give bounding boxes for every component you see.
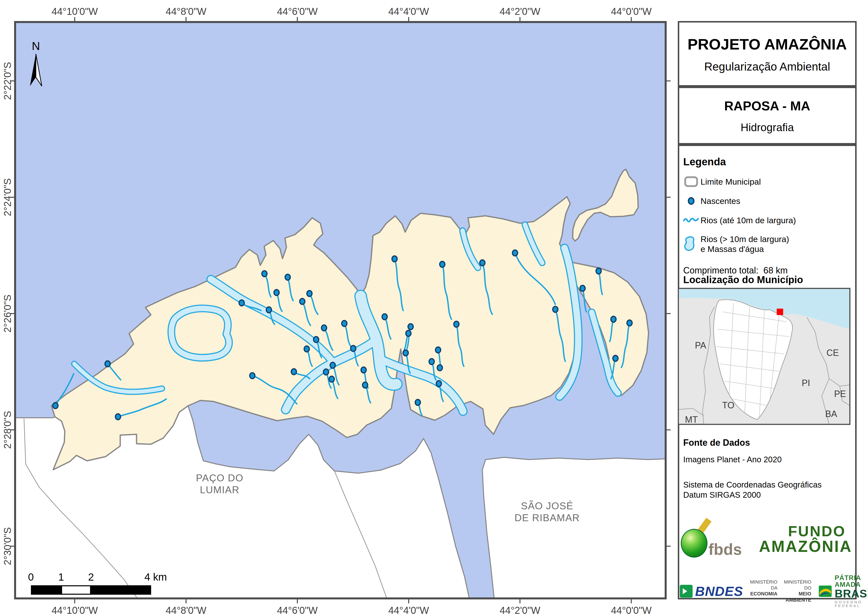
spring-dot — [513, 250, 518, 256]
panel-title-box: PROJETO AMAZÔNIA Regularização Ambiental — [678, 21, 857, 87]
tick-top — [631, 17, 632, 21]
fundo-line2: AMAZÔNIA — [742, 539, 852, 554]
spring-dot — [329, 376, 335, 382]
spring-dot — [307, 291, 312, 297]
spring-dot — [415, 399, 420, 406]
tick-top — [408, 17, 409, 21]
spring-dot — [304, 346, 310, 352]
tick-bottom — [631, 599, 632, 603]
legend-item-rios-ate: Rios (até 10m de largura) — [683, 215, 851, 226]
legend-label: Limite Municipal — [701, 177, 761, 187]
tick-left — [10, 429, 14, 431]
spring-dot — [613, 355, 618, 361]
brasil-flag-icon — [819, 584, 832, 598]
coord-label-bottom: 44°10'0"W — [52, 605, 98, 614]
coord-label-top: 44°10'0"W — [52, 6, 98, 17]
spring-dot — [437, 365, 443, 371]
coord-label-bottom: 44°4'0"W — [388, 605, 429, 614]
legend-item-limite: Limite Municipal — [683, 176, 851, 187]
spring-dot — [322, 325, 327, 331]
bndes-wordmark: BNDES — [695, 584, 743, 599]
ministry-economia: MINISTÉRIO DAECONOMIA — [750, 579, 778, 603]
spring-dot — [53, 403, 58, 409]
spring-dot — [291, 369, 297, 375]
legend-label: Rios (> 10m de largura) e Massas d'água — [701, 234, 789, 254]
spring-dot — [627, 320, 632, 326]
brasil-wordmark: PÁTRIA AMADA BRASIL GOVERNO FEDERAL — [835, 575, 868, 608]
tick-left — [10, 313, 14, 314]
legend-title: Legenda — [683, 156, 851, 168]
data-source: Fonte de Dados Imagens Planet - Ano 2020… — [683, 438, 846, 500]
tick-right — [666, 546, 671, 547]
tick-bottom — [408, 599, 409, 603]
spring-dot — [267, 307, 271, 313]
spring-dot — [342, 320, 347, 326]
spring-dot — [363, 382, 368, 388]
project-subtitle: Regularização Ambiental — [679, 60, 855, 73]
spring-dot — [454, 321, 459, 327]
municipality-marker — [777, 309, 783, 315]
spring-dot — [239, 300, 244, 306]
legend-item-nascentes: Nascentes — [683, 196, 851, 207]
fundo-amazonia-logo: FUNDO AMAZÔNIA — [742, 524, 852, 554]
state-label: BA — [825, 409, 837, 419]
river-line-icon — [683, 215, 699, 226]
location-title: Localização do Município — [683, 274, 803, 285]
coord-label-top: 44°0'0"W — [611, 6, 652, 17]
spring-dot — [300, 298, 305, 305]
spring-dot — [436, 347, 441, 353]
ministries: MINISTÉRIO DAECONOMIA MINISTÉRIO DOMEIO … — [750, 579, 811, 603]
tick-left — [10, 197, 14, 198]
coord-label-top: 44°8'0"W — [166, 6, 206, 17]
scale-bar-segment — [61, 585, 91, 595]
bndes-icon — [680, 585, 693, 598]
tick-left — [10, 81, 14, 81]
tick-bottom — [74, 599, 75, 603]
spring-dot — [330, 362, 335, 368]
spring-dot — [116, 414, 121, 420]
fbds-globe-icon — [681, 529, 707, 558]
spring-dot — [429, 359, 434, 365]
municipal-limit-swatch-icon — [683, 176, 699, 187]
north-arrow-label: N — [32, 40, 40, 53]
tick-right — [666, 81, 671, 81]
scale-bar-segment — [91, 585, 151, 595]
spring-dot — [403, 350, 408, 356]
ministry-meio-ambiente: MINISTÉRIO DOMEIO AMBIENTE — [784, 579, 811, 603]
spring-dot — [351, 345, 356, 351]
bndes-logo: BNDES — [680, 584, 743, 599]
governo-federal-logo: PÁTRIA AMADA BRASIL GOVERNO FEDERAL — [819, 575, 868, 608]
spring-dot — [262, 271, 267, 277]
spring-dot — [480, 260, 485, 266]
coord-label-bottom: 44°6'0"W — [277, 605, 318, 614]
tick-bottom — [186, 599, 186, 603]
fonte-line: Imagens Planet - Ano 2020 — [683, 455, 846, 464]
map-theme: Hidrografia — [679, 121, 855, 134]
tick-top — [74, 17, 75, 21]
state-label: MT — [685, 415, 698, 425]
state-label: CE — [826, 348, 839, 358]
water-body-icon — [683, 235, 699, 253]
coord-label-bottom: 44°8'0"W — [166, 605, 206, 614]
state-label: PI — [802, 378, 810, 388]
spring-dot-icon — [683, 196, 699, 207]
spring-dot — [580, 285, 585, 291]
municipality-name: RAPOSA - MA — [679, 98, 855, 113]
legend: Legenda Limite Municipal Nascentes Rios … — [683, 156, 851, 276]
coord-label-top: 44°2'0"W — [500, 6, 541, 17]
spring-dot — [553, 306, 558, 312]
spring-dot — [314, 337, 319, 342]
tick-top — [186, 17, 186, 21]
main-map: PAÇO DOLUMIARSÃO JOSÉDE RIBAMAR — [14, 21, 666, 599]
tick-right — [666, 429, 671, 431]
spring-dot — [324, 369, 329, 375]
spring-dot — [406, 330, 411, 336]
spring-dot — [392, 256, 397, 262]
tick-bottom — [519, 599, 521, 603]
spring-dot — [382, 314, 388, 320]
legend-label: Nascentes — [701, 196, 740, 206]
spring-dot — [408, 324, 413, 330]
state-label: PA — [695, 340, 706, 350]
spring-dot — [596, 268, 601, 274]
coord-label-bottom: 44°2'0"W — [500, 605, 541, 614]
